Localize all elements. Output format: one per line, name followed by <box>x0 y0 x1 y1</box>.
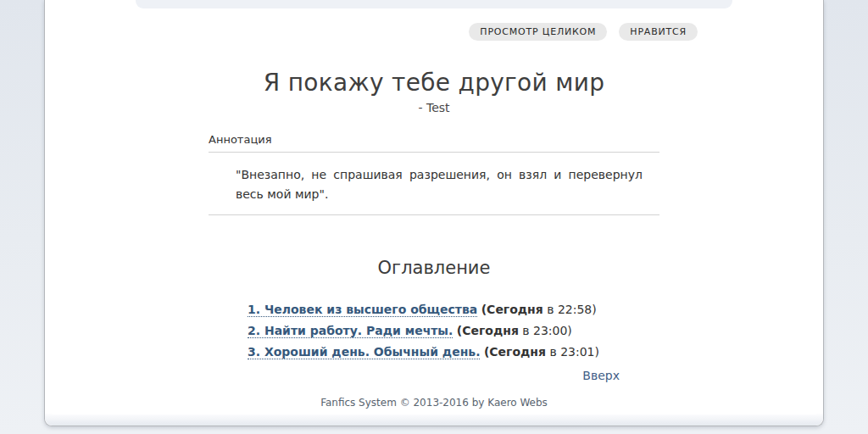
toc-item: 2. Найти работу. Ради мечты. (Сегодня в … <box>248 320 659 342</box>
chapter-date-day: (Сегодня <box>457 324 519 337</box>
toc-item: 1. Человек из высшего общества (Сегодня … <box>248 299 659 320</box>
chapter-date-time: в 23:01) <box>546 345 599 359</box>
annotation-divider-top <box>209 152 659 153</box>
toc-item: 3. Хороший день. Обычный день. (Сегодня … <box>248 342 659 363</box>
chapter-date-time: в 22:58) <box>543 303 597 316</box>
story-page-card: ПРОСМОТР ЦЕЛИКОМ НРАВИТСЯ Я покажу тебе … <box>44 0 824 426</box>
header-bar-remnant <box>136 0 732 8</box>
toc-heading: Оглавление <box>209 258 659 278</box>
annotation-text: "Внезапно, не спрашивая разрешения, он в… <box>209 165 659 204</box>
site-footer-copyright: Fanfics System © 2013-2016 by Kaero Webs <box>209 397 659 409</box>
story-page-content: ПРОСМОТР ЦЕЛИКОМ НРАВИТСЯ Я покажу тебе … <box>45 0 823 415</box>
card-bottom-strip <box>45 414 823 426</box>
like-button[interactable]: НРАВИТСЯ <box>619 23 698 41</box>
chapter-date-day: (Сегодня <box>484 345 546 359</box>
annotation-divider-bottom <box>209 214 659 215</box>
toc-list: 1. Человек из высшего общества (Сегодня … <box>248 299 659 363</box>
chapter-date-time: в 23:00) <box>519 324 572 337</box>
chapter-link[interactable]: 2. Найти работу. Ради мечты. <box>248 324 453 338</box>
chapter-date-day: (Сегодня <box>481 303 543 316</box>
back-to-top-link[interactable]: Вверх <box>582 369 620 382</box>
chapter-link[interactable]: 3. Хороший день. Обычный день. <box>248 345 480 359</box>
chapter-link[interactable]: 1. Человек из высшего общества <box>248 303 477 317</box>
story-actions: ПРОСМОТР ЦЕЛИКОМ НРАВИТСЯ <box>45 23 823 41</box>
content-column: Аннотация "Внезапно, не спрашивая разреш… <box>209 133 659 409</box>
story-title: Я покажу тебе другой мир <box>45 69 823 97</box>
story-author: - Test <box>45 101 823 114</box>
view-full-button[interactable]: ПРОСМОТР ЦЕЛИКОМ <box>469 23 607 41</box>
to-top-row: Вверх <box>209 369 659 382</box>
annotation-label: Аннотация <box>209 133 659 146</box>
